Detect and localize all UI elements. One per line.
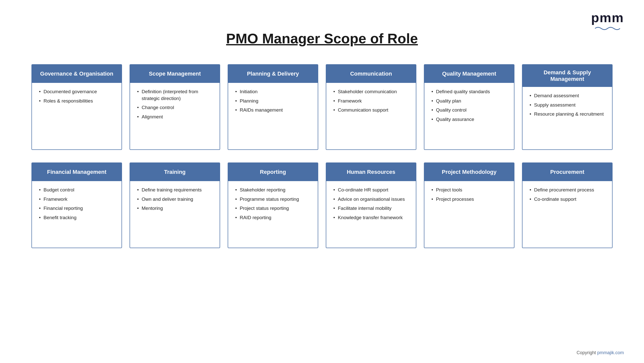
card-planning: Planning & DeliveryInitiationPlanningRAI… bbox=[228, 64, 318, 150]
card-quality: Quality ManagementDefined quality standa… bbox=[424, 64, 514, 150]
list-item: Framework bbox=[333, 98, 410, 105]
page-title: PMO Manager Scope of Role bbox=[20, 30, 624, 47]
card-body-planning: InitiationPlanningRAIDs management bbox=[228, 83, 318, 149]
card-communication: CommunicationStakeholder communicationFr… bbox=[326, 64, 416, 150]
card-body-reporting: Stakeholder reportingProgramme status re… bbox=[228, 181, 318, 248]
card-header-planning: Planning & Delivery bbox=[228, 65, 318, 83]
logo-area: pmm bbox=[591, 10, 624, 31]
list-item: Project tools bbox=[431, 187, 508, 193]
card-demand: Demand & Supply ManagementDemand assessm… bbox=[522, 64, 613, 150]
card-list-reporting: Stakeholder reportingProgramme status re… bbox=[235, 187, 312, 221]
card-governance: Governance & OrganisationDocumented gove… bbox=[31, 64, 122, 150]
list-item: Definition (interpreted from strategic d… bbox=[137, 88, 214, 102]
list-item: Stakeholder communication bbox=[333, 88, 410, 95]
card-list-demand: Demand assessmentSupply assessmentResour… bbox=[530, 92, 607, 118]
list-item: RAID reporting bbox=[235, 214, 312, 221]
card-body-governance: Documented governanceRoles & responsibil… bbox=[32, 83, 122, 149]
card-list-financial: Budget controlFrameworkFinancial reporti… bbox=[39, 187, 116, 221]
card-header-demand: Demand & Supply Management bbox=[522, 65, 612, 87]
card-list-hr: Co-ordinate HR supportAdvice on organisa… bbox=[333, 187, 410, 221]
card-header-financial: Financial Management bbox=[32, 163, 122, 181]
card-hr: Human ResourcesCo-ordinate HR supportAdv… bbox=[326, 162, 416, 248]
card-financial: Financial ManagementBudget controlFramew… bbox=[31, 162, 122, 248]
card-header-communication: Communication bbox=[326, 65, 416, 83]
card-body-communication: Stakeholder communicationFrameworkCommun… bbox=[326, 83, 416, 149]
list-item: Quality plan bbox=[431, 98, 508, 105]
list-item: Own and deliver training bbox=[137, 196, 214, 203]
list-item: Co-ordinate support bbox=[530, 196, 607, 203]
list-item: Budget control bbox=[39, 187, 116, 193]
card-body-methodology: Project toolsProject processes bbox=[424, 181, 514, 248]
row-1: Governance & OrganisationDocumented gove… bbox=[20, 64, 624, 150]
card-reporting: ReportingStakeholder reportingProgramme … bbox=[228, 162, 318, 248]
card-body-financial: Budget controlFrameworkFinancial reporti… bbox=[32, 181, 122, 248]
card-body-procurement: Define procurement processCo-ordinate su… bbox=[522, 181, 612, 248]
card-header-quality: Quality Management bbox=[424, 65, 514, 83]
card-header-scope: Scope Management bbox=[130, 65, 220, 83]
page-container: pmm PMO Manager Scope of Role Governance… bbox=[0, 0, 644, 363]
card-header-methodology: Project Methodology bbox=[424, 163, 514, 181]
card-list-communication: Stakeholder communicationFrameworkCommun… bbox=[333, 88, 410, 114]
list-item: Co-ordinate HR support bbox=[333, 187, 410, 193]
list-item: Knowledge transfer framework bbox=[333, 214, 410, 221]
card-body-hr: Co-ordinate HR supportAdvice on organisa… bbox=[326, 181, 416, 248]
list-item: Resource planning & recruitment bbox=[530, 111, 607, 118]
card-list-governance: Documented governanceRoles & responsibil… bbox=[39, 88, 116, 104]
card-scope: Scope ManagementDefinition (interpreted … bbox=[130, 64, 220, 150]
list-item: Quality assurance bbox=[431, 116, 508, 123]
copyright: Copyright pmmajik.com bbox=[577, 350, 624, 355]
card-methodology: Project MethodologyProject toolsProject … bbox=[424, 162, 514, 248]
list-item: Quality control bbox=[431, 107, 508, 114]
card-header-procurement: Procurement bbox=[522, 163, 612, 181]
row-2: Financial ManagementBudget controlFramew… bbox=[20, 162, 624, 248]
logo-wave-icon bbox=[595, 26, 620, 31]
card-list-methodology: Project toolsProject processes bbox=[431, 187, 508, 203]
card-body-quality: Defined quality standardsQuality planQua… bbox=[424, 83, 514, 149]
card-header-training: Training bbox=[130, 163, 220, 181]
list-item: Defined quality standards bbox=[431, 88, 508, 95]
list-item: Project status reporting bbox=[235, 205, 312, 212]
list-item: Supply assessment bbox=[530, 102, 607, 109]
list-item: Demand assessment bbox=[530, 92, 607, 99]
list-item: RAIDs management bbox=[235, 107, 312, 114]
list-item: Communication support bbox=[333, 107, 410, 114]
card-list-planning: InitiationPlanningRAIDs management bbox=[235, 88, 312, 114]
card-body-training: Define training requirementsOwn and deli… bbox=[130, 181, 220, 248]
card-body-scope: Definition (interpreted from strategic d… bbox=[130, 83, 220, 149]
list-item: Roles & responsibilities bbox=[39, 98, 116, 105]
card-body-demand: Demand assessmentSupply assessmentResour… bbox=[522, 87, 612, 149]
list-item: Planning bbox=[235, 98, 312, 105]
card-list-scope: Definition (interpreted from strategic d… bbox=[137, 88, 214, 120]
card-list-quality: Defined quality standardsQuality planQua… bbox=[431, 88, 508, 123]
list-item: Define training requirements bbox=[137, 187, 214, 193]
list-item: Stakeholder reporting bbox=[235, 187, 312, 193]
card-header-hr: Human Resources bbox=[326, 163, 416, 181]
list-item: Benefit tracking bbox=[39, 214, 116, 221]
list-item: Mentoring bbox=[137, 205, 214, 212]
list-item: Alignment bbox=[137, 114, 214, 120]
list-item: Change control bbox=[137, 104, 214, 111]
logo-text: pmm bbox=[591, 10, 624, 25]
card-header-reporting: Reporting bbox=[228, 163, 318, 181]
list-item: Initiation bbox=[235, 88, 312, 95]
card-header-governance: Governance & Organisation bbox=[32, 65, 122, 83]
card-list-training: Define training requirementsOwn and deli… bbox=[137, 187, 214, 212]
list-item: Define procurement process bbox=[530, 187, 607, 193]
card-training: TrainingDefine training requirementsOwn … bbox=[130, 162, 220, 248]
card-procurement: ProcurementDefine procurement processCo-… bbox=[522, 162, 613, 248]
list-item: Advice on organisational issues bbox=[333, 196, 410, 203]
list-item: Financial reporting bbox=[39, 205, 116, 212]
list-item: Documented governance bbox=[39, 88, 116, 95]
copyright-link[interactable]: pmmajik.com bbox=[597, 350, 624, 355]
card-list-procurement: Define procurement processCo-ordinate su… bbox=[530, 187, 607, 203]
list-item: Programme status reporting bbox=[235, 196, 312, 203]
copyright-text: Copyright bbox=[577, 350, 597, 355]
list-item: Facilitate internal mobility bbox=[333, 205, 410, 212]
list-item: Framework bbox=[39, 196, 116, 203]
list-item: Project processes bbox=[431, 196, 508, 203]
